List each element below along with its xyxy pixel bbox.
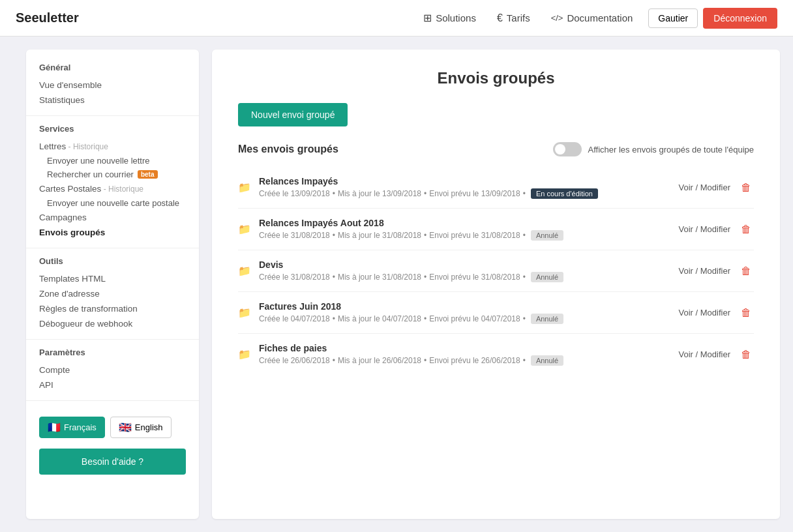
envoi-name: Devis	[259, 259, 671, 270]
sidebar-item-nouvelle-lettre[interactable]: Envoyer une nouvelle lettre	[39, 154, 186, 168]
envoi-name: Fiches de paies	[259, 343, 671, 353]
list-item: 📁 Fiches de paies Créée le 26/06/2018 • …	[238, 334, 754, 375]
envoi-meta: Créée le 31/08/2018 • Mis à jour le 31/0…	[259, 272, 671, 282]
sidebar-item-statistiques[interactable]: Statistiques	[39, 93, 186, 108]
sidebar-item-compte[interactable]: Compte	[39, 362, 186, 377]
new-envoi-button[interactable]: Nouvel envoi groupé	[238, 103, 348, 126]
sidebar-section-parametres: Paramètres Compte API	[26, 347, 199, 401]
sidebar-item-envois-groupes[interactable]: Envois groupés	[39, 225, 186, 240]
envoi-label: Envoi prévu le 31/08/2018	[429, 273, 520, 282]
user-button[interactable]: Gautier	[648, 8, 698, 28]
lang-english-button[interactable]: 🇬🇧 English	[110, 417, 172, 438]
voir-modifier-link[interactable]: Voir / Modifier	[679, 183, 730, 192]
toggle-label: Afficher les envois groupés de toute l'é…	[588, 145, 754, 155]
sidebar-item-templates[interactable]: Templates HTML	[39, 271, 186, 286]
voir-modifier-link[interactable]: Voir / Modifier	[679, 349, 730, 359]
team-toggle[interactable]	[553, 142, 582, 156]
list-item: 📁 Relances Impayés Créée le 13/09/2018 •…	[238, 167, 754, 209]
sidebar-item-regles[interactable]: Règles de transformation	[39, 301, 186, 316]
delete-button[interactable]: 🗑	[738, 347, 754, 362]
english-flag-icon: 🇬🇧	[119, 421, 132, 434]
status-badge: En cours d'édition	[531, 188, 598, 199]
status-badge: Annulé	[531, 355, 563, 366]
envoi-label: Envoi prévu le 26/06/2018	[429, 356, 520, 365]
nav-tarifs[interactable]: € Tarifs	[497, 12, 530, 24]
updated-label: Mis à jour le 31/08/2018	[338, 273, 421, 282]
sidebar-section-services: Services Lettres - Historique Envoyer un…	[26, 124, 199, 248]
folder-icon: 📁	[238, 265, 251, 277]
envoi-actions: Voir / Modifier 🗑	[679, 347, 754, 362]
envoi-name: Factures Juin 2018	[259, 301, 671, 312]
updated-label: Mis à jour le 04/07/2018	[338, 314, 421, 323]
envoi-info: Fiches de paies Créée le 26/06/2018 • Mi…	[259, 343, 671, 366]
envoi-name: Relances Impayés Aout 2018	[259, 218, 671, 228]
voir-modifier-link[interactable]: Voir / Modifier	[679, 224, 730, 234]
voir-modifier-link[interactable]: Voir / Modifier	[679, 266, 730, 276]
created-label: Créée le 26/06/2018	[259, 356, 330, 365]
cartes-suffix: - Historique	[101, 185, 143, 194]
nav-documentation[interactable]: </> Documentation	[551, 12, 633, 23]
nav-solutions[interactable]: ⊞ Solutions	[423, 12, 476, 24]
sidebar-section-outils: Outils Templates HTML Zone d'adresse Règ…	[26, 256, 199, 340]
rechercher-label: Rechercher un courrier	[47, 170, 134, 179]
envoi-label: Envoi prévu le 31/08/2018	[429, 231, 520, 240]
sidebar-item-vue-ensemble[interactable]: Vue d'ensemble	[39, 78, 186, 93]
envoi-name: Relances Impayés	[259, 176, 671, 186]
envoi-actions: Voir / Modifier 🗑	[679, 222, 754, 237]
envoi-info: Relances Impayés Aout 2018 Créée le 31/0…	[259, 218, 671, 241]
lettres-label: Lettres	[39, 141, 66, 151]
envoi-info: Factures Juin 2018 Créée le 04/07/2018 •…	[259, 301, 671, 324]
folder-icon: 📁	[238, 348, 251, 361]
sidebar-item-nouvelle-carte[interactable]: Envoyer une nouvelle carte postale	[39, 196, 186, 210]
envoi-meta: Créée le 13/09/2018 • Mis à jour le 13/0…	[259, 188, 671, 199]
section-title: Mes envois groupés	[238, 143, 540, 155]
page-wrapper: Général Vue d'ensemble Statistiques Serv…	[0, 37, 793, 532]
sidebar-outils-title: Outils	[39, 256, 186, 266]
updated-label: Mis à jour le 31/08/2018	[338, 231, 421, 240]
help-button[interactable]: Besoin d'aide ?	[39, 449, 186, 475]
sidebar-section-general: Général Vue d'ensemble Statistiques	[26, 63, 199, 116]
sidebar-parametres-title: Paramètres	[39, 347, 186, 357]
sidebar-item-cartes-postales[interactable]: Cartes Postales - Historique	[39, 181, 186, 196]
voir-modifier-link[interactable]: Voir / Modifier	[679, 308, 730, 318]
sidebar-item-lettres[interactable]: Lettres - Historique	[39, 139, 186, 154]
sidebar-item-api[interactable]: API	[39, 377, 186, 392]
lang-french-button[interactable]: 🇫🇷 Français	[39, 417, 105, 438]
toggle-area: Afficher les envois groupés de toute l'é…	[553, 142, 754, 156]
beta-badge: beta	[138, 170, 158, 179]
sidebar-general-title: Général	[39, 63, 186, 72]
lang-section: 🇫🇷 Français 🇬🇧 English	[26, 409, 199, 443]
brand: Seeuletter	[16, 10, 79, 25]
french-flag-icon: 🇫🇷	[48, 421, 61, 434]
sidebar-item-campagnes[interactable]: Campagnes	[39, 210, 186, 225]
envoi-label: Envoi prévu le 13/09/2018	[429, 189, 520, 198]
sidebar-item-debugger[interactable]: Débogueur de webhook	[39, 316, 186, 331]
created-label: Créée le 31/08/2018	[259, 273, 330, 282]
sidebar: Général Vue d'ensemble Statistiques Serv…	[26, 50, 199, 519]
updated-label: Mis à jour le 13/09/2018	[338, 189, 421, 198]
main-content: Envois groupés Nouvel envoi groupé Mes e…	[212, 50, 780, 519]
created-label: Créée le 04/07/2018	[259, 314, 330, 323]
sidebar-item-zone-adresse[interactable]: Zone d'adresse	[39, 286, 186, 301]
sidebar-item-rechercher[interactable]: Rechercher un courrier beta	[39, 168, 186, 181]
envoi-meta: Créée le 04/07/2018 • Mis à jour le 04/0…	[259, 314, 671, 324]
doc-label: Documentation	[567, 12, 633, 23]
folder-icon: 📁	[238, 306, 251, 319]
delete-button[interactable]: 🗑	[738, 181, 754, 195]
envoi-actions: Voir / Modifier 🗑	[679, 181, 754, 195]
delete-button[interactable]: 🗑	[738, 222, 754, 237]
lettres-suffix: - Historique	[66, 142, 108, 151]
envoi-actions: Voir / Modifier 🗑	[679, 306, 754, 320]
list-item: 📁 Factures Juin 2018 Créée le 04/07/2018…	[238, 292, 754, 334]
solutions-label: Solutions	[436, 12, 476, 23]
tarifs-icon: €	[497, 12, 503, 24]
delete-button[interactable]: 🗑	[738, 306, 754, 320]
envoi-meta: Créée le 31/08/2018 • Mis à jour le 31/0…	[259, 230, 671, 241]
status-badge: Annulé	[531, 230, 563, 241]
folder-icon: 📁	[238, 223, 251, 235]
delete-button[interactable]: 🗑	[738, 264, 754, 278]
sidebar-services-title: Services	[39, 124, 186, 134]
envoi-actions: Voir / Modifier 🗑	[679, 264, 754, 278]
deconnect-button[interactable]: Déconnexion	[703, 8, 777, 29]
page-title: Envois groupés	[238, 69, 754, 87]
